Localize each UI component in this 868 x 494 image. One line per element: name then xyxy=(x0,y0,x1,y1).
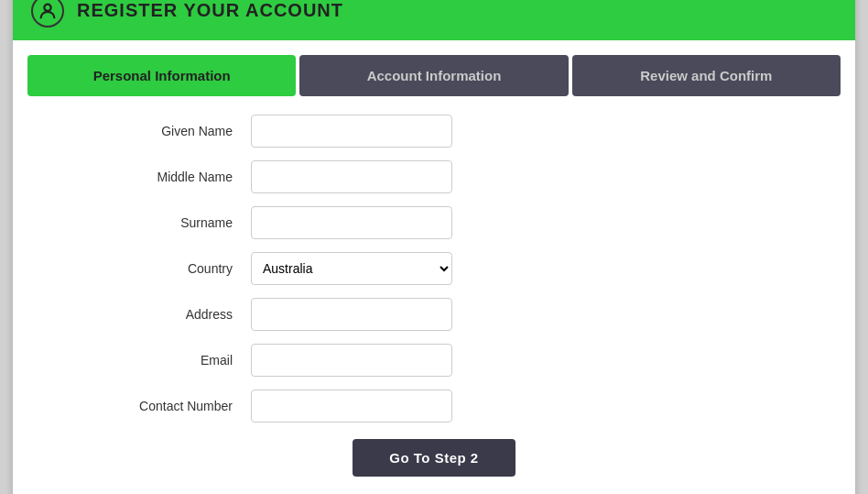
middle-name-row: Middle Name xyxy=(49,160,819,193)
go-to-step-2-button[interactable]: Go To Step 2 xyxy=(353,439,515,477)
card-header: REGISTER YOUR ACCOUNT xyxy=(13,0,855,40)
form-area: Given Name Middle Name Surname Country A… xyxy=(13,96,855,486)
tab-personal-information[interactable]: Personal Information xyxy=(27,55,296,96)
tabs-container: Personal Information Account Information… xyxy=(27,55,841,96)
surname-input[interactable] xyxy=(251,206,452,239)
page-wrapper: REGISTER YOUR ACCOUNT Personal Informati… xyxy=(0,0,868,494)
contact-number-label: Contact Number xyxy=(49,399,251,413)
surname-label: Surname xyxy=(49,215,251,230)
tab-account-information[interactable]: Account Information xyxy=(299,55,568,96)
svg-point-0 xyxy=(44,4,50,10)
contact-number-row: Contact Number xyxy=(49,390,819,423)
email-row: Email xyxy=(49,344,819,377)
surname-row: Surname xyxy=(49,206,819,239)
address-row: Address xyxy=(49,298,819,331)
country-label: Country xyxy=(49,261,251,276)
page-title: REGISTER YOUR ACCOUNT xyxy=(77,0,343,21)
middle-name-input[interactable] xyxy=(251,160,452,193)
user-icon xyxy=(31,0,64,27)
contact-number-input[interactable] xyxy=(251,390,452,423)
address-input[interactable] xyxy=(251,298,452,331)
given-name-input[interactable] xyxy=(251,115,452,148)
tab-review-and-confirm[interactable]: Review and Confirm xyxy=(572,55,841,96)
registration-card: REGISTER YOUR ACCOUNT Personal Informati… xyxy=(13,0,855,494)
middle-name-label: Middle Name xyxy=(49,170,251,184)
email-input[interactable] xyxy=(251,344,452,377)
given-name-row: Given Name xyxy=(49,115,819,148)
country-select[interactable]: Australia United States United Kingdom C… xyxy=(251,252,452,285)
address-label: Address xyxy=(49,307,251,322)
country-row: Country Australia United States United K… xyxy=(49,252,819,285)
given-name-label: Given Name xyxy=(49,124,251,138)
email-label: Email xyxy=(49,353,251,368)
